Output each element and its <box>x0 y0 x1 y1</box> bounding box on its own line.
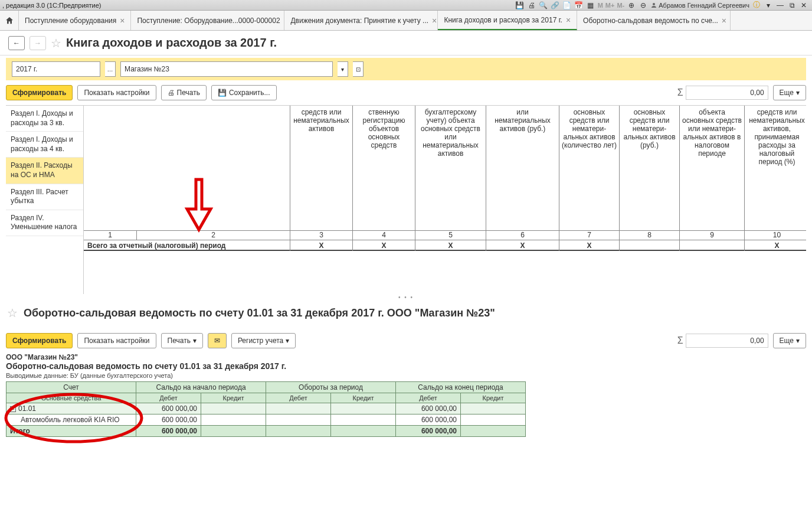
window-titlebar: , редакция 3.0 (1С:Предприятие) 💾 🖨 🔍 🔗 … <box>0 0 812 11</box>
params-bar: 2017 г. … Магазин №23 ▾ ⊡ <box>6 58 806 80</box>
calc-icon[interactable]: 📄 <box>562 1 572 10</box>
sidebar-item-0[interactable]: Раздел I. Доходы и расходы за 3 кв. <box>6 106 83 132</box>
more-button-2[interactable]: Еще ▾ <box>773 333 806 348</box>
collapse-icon[interactable]: − <box>10 406 16 412</box>
register-button[interactable]: Регистр учета ▾ <box>231 333 296 348</box>
printer-icon: 🖨 <box>168 89 175 97</box>
osv-subheading: Выводимые данные: БУ (данные бухгалтерск… <box>6 372 806 379</box>
page2-title-row: ☆ Оборотно-сальдовая ведомость по счету … <box>0 302 812 324</box>
m-icon[interactable]: M <box>598 2 603 9</box>
print-icon[interactable]: 🖨 <box>527 1 536 10</box>
tab-close-icon[interactable]: × <box>432 16 437 25</box>
save-icon[interactable]: 💾 <box>515 1 525 10</box>
info-icon[interactable]: ⓘ <box>752 1 761 10</box>
period-input[interactable]: 2017 г. <box>12 61 100 77</box>
titlebar-tools: 💾 🖨 🔍 🔗 📄 📅 ▦ M M+ M- ⊕ ⊖ Абрамов Геннад… <box>515 1 812 10</box>
page2-toolbar: Сформировать Показать настройки Печать ▾… <box>0 331 812 353</box>
osv-table: Счет Сальдо на начало периода Обороты за… <box>6 381 526 437</box>
sections-sidebar: Раздел I. Доходы и расходы за 3 кв. Разд… <box>6 106 84 294</box>
print-button[interactable]: 🖨Печать <box>161 85 207 100</box>
tab-1[interactable]: Поступление: Оборудование...0000-000002× <box>131 11 284 30</box>
table-row[interactable]: Автомобиль легковой KIA RIO 600 000,00 6… <box>6 414 526 426</box>
tab-bar: Поступление оборудования× Поступление: О… <box>0 11 812 31</box>
restore-icon[interactable]: ⧉ <box>787 1 797 10</box>
tab-close-icon[interactable]: × <box>120 16 125 25</box>
calendar-icon[interactable]: 📅 <box>574 1 584 10</box>
app-title: , редакция 3.0 (1С:Предприятие) <box>0 2 102 9</box>
osv-heading: Оборотно-сальдовая ведомость по счету 01… <box>6 361 806 371</box>
tab-2[interactable]: Движения документа: Принятие к учету ...… <box>284 11 438 30</box>
zoom-in-icon[interactable]: ⊕ <box>627 1 636 10</box>
minimize-icon[interactable]: — <box>775 1 785 10</box>
tab-4[interactable]: Оборотно-сальдовая ведомость по сче...× <box>577 11 731 30</box>
m-minus-icon[interactable]: M- <box>617 2 624 9</box>
tab-0[interactable]: Поступление оборудования× <box>19 11 131 30</box>
tab-close-icon[interactable]: × <box>566 15 571 25</box>
more-button[interactable]: Еще ▾ <box>773 85 806 100</box>
total-row: Всего за отчетный (налоговый) период X X… <box>84 240 806 251</box>
form-button[interactable]: Сформировать <box>6 85 73 100</box>
favorite-icon-2[interactable]: ☆ <box>7 306 18 320</box>
org-open-button[interactable]: ⊡ <box>353 61 364 77</box>
splitter[interactable]: • • • <box>0 294 812 302</box>
page2-title: Оборотно-сальдовая ведомость по счету 01… <box>24 307 495 319</box>
user-name: Абрамов Геннадий Сергеевич <box>659 2 749 9</box>
back-button[interactable]: ← <box>8 36 25 50</box>
sidebar-item-3[interactable]: Раздел III. Расчет убытка <box>6 184 83 210</box>
report-area[interactable]: средств или немате­ри­альных активов ств… <box>84 106 806 294</box>
favorite-icon[interactable]: ☆ <box>51 36 61 50</box>
tab-3[interactable]: Книга доходов и расходов за 2017 г.× <box>438 11 577 30</box>
print-button-2[interactable]: Печать ▾ <box>161 333 203 348</box>
sigma-icon: Σ <box>677 87 683 98</box>
column-number-row: 1 2 3 4 5 6 7 8 9 10 <box>84 231 806 240</box>
nav-row: ← → ☆ Книга доходов и расходов за 2017 г… <box>0 31 812 56</box>
grid-icon[interactable]: ▦ <box>586 1 595 10</box>
search-icon[interactable]: 🔍 <box>539 1 548 10</box>
table-total-row: Итого 600 000,00 600 000,00 <box>6 426 526 437</box>
report-toolbar: Сформировать Показать настройки 🖨Печать … <box>0 84 812 105</box>
sidebar-item-1[interactable]: Раздел I. Доходы и расходы за 4 кв. <box>6 132 83 158</box>
sum-box: Σ 0,00 <box>677 86 768 100</box>
sum-value-2: 0,00 <box>686 334 768 348</box>
diskette-icon: 💾 <box>218 89 227 97</box>
chevron-down-icon: ▾ <box>796 89 800 97</box>
main-split: Раздел I. Доходы и расходы за 3 кв. Разд… <box>6 105 806 294</box>
show-settings-button-2[interactable]: Показать настройки <box>77 333 156 348</box>
m-plus-icon[interactable]: M+ <box>605 2 615 9</box>
close-icon[interactable]: ✕ <box>799 1 808 10</box>
sigma-icon: Σ <box>677 335 683 346</box>
zoom-out-icon[interactable]: ⊖ <box>639 1 648 10</box>
truncated-params <box>6 324 806 331</box>
column-headers: средств или немате­ри­альных активов ств… <box>84 106 806 231</box>
period-picker-button[interactable]: … <box>105 61 116 77</box>
show-settings-button[interactable]: Показать настройки <box>77 85 156 100</box>
sum-value: 0,00 <box>686 86 768 100</box>
osv-org: ООО "Магазин №23" <box>6 353 806 361</box>
table-row[interactable]: −01.01 600 000,00 600 000,00 <box>6 403 526 414</box>
chevron-down-icon: ▾ <box>796 337 800 345</box>
sum-box-2: Σ 0,00 <box>677 334 768 348</box>
form-button-2[interactable]: Сформировать <box>6 333 73 348</box>
page-title: Книга доходов и расходов за 2017 г. <box>66 36 277 50</box>
svg-point-0 <box>653 3 655 5</box>
sidebar-item-2[interactable]: Раздел II. Расходы на ОС и НМА <box>6 158 83 184</box>
save-button[interactable]: 💾Сохранить... <box>211 85 277 100</box>
chevron-down-icon: ▾ <box>193 337 197 345</box>
sidebar-item-4[interactable]: Раздел IV. Уменьшение налога <box>6 210 83 236</box>
forward-button[interactable]: → <box>30 36 46 50</box>
dropdown-icon[interactable]: ▾ <box>764 1 773 10</box>
home-tab[interactable] <box>0 11 19 30</box>
chevron-down-icon: ▾ <box>286 337 289 345</box>
osv-report: ООО "Магазин №23" Оборотно-сальдовая вед… <box>6 353 806 437</box>
org-dropdown-button[interactable]: ▾ <box>338 61 348 77</box>
mail-button[interactable]: ✉ <box>208 333 227 348</box>
link-icon[interactable]: 🔗 <box>551 1 560 10</box>
org-input[interactable]: Магазин №23 <box>120 61 333 77</box>
user-badge[interactable]: Абрамов Геннадий Сергеевич <box>650 2 749 9</box>
tab-close-icon[interactable]: × <box>722 16 726 25</box>
